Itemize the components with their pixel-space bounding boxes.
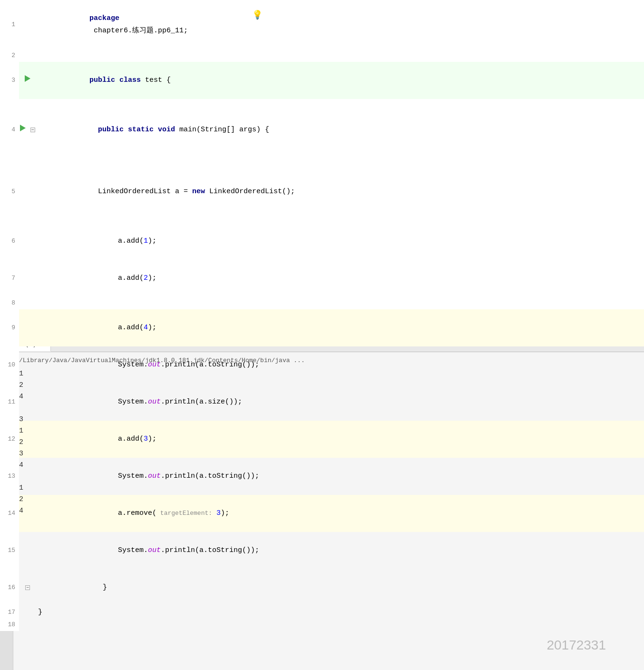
line-number: 4 xyxy=(0,99,19,161)
table-row: 1 package chapter6.练习题.pp6_11; xyxy=(0,0,644,49)
console-area: ▲ ▼ ↻ ⤓ ⊞ 🗑 /Library/Java/JavaVirtualMac… xyxy=(0,352,644,670)
console-output-line: 2 xyxy=(19,380,638,391)
indent: public static void main(String[] args) { xyxy=(38,113,269,146)
num-literal: 4 xyxy=(144,324,148,332)
keyword-new: new xyxy=(192,187,205,196)
code-line[interactable]: LinkedOrderedList a = new LinkedOrderedL… xyxy=(36,161,644,223)
editor-wrapper: 💡 1 package chapter6.练习题.pp6_11; 2 xyxy=(0,0,644,338)
gutter-run[interactable] xyxy=(19,62,36,99)
line-number: 9 xyxy=(0,309,19,346)
lightbulb-icon: 💡 xyxy=(252,10,263,20)
console-content: /Library/Java/JavaVirtualMachines/jdk1.8… xyxy=(13,352,644,670)
line-number: 6 xyxy=(0,223,19,260)
line-number: 1 xyxy=(0,0,19,49)
watermark: 20172331 xyxy=(546,640,606,651)
gutter xyxy=(19,223,36,260)
console-section: test (1) × ▲ ▼ ↻ ⤓ ⊞ 🗑 /Library/Java/Jav… xyxy=(0,338,644,670)
table-row: 9 a.add(4); xyxy=(0,309,644,346)
code-line[interactable]: a.add(2); xyxy=(36,260,644,297)
line-number: 7 xyxy=(0,260,19,297)
code-line[interactable]: public static void main(String[] args) { xyxy=(36,99,644,161)
run-icon[interactable] xyxy=(25,75,30,82)
console-output-line: 2 xyxy=(19,494,638,505)
fold-button[interactable]: − xyxy=(30,128,35,132)
gutter xyxy=(19,161,36,223)
keyword-void: void xyxy=(158,126,175,134)
class-name: test { xyxy=(141,76,171,84)
console-output-line: 2 xyxy=(19,437,638,448)
gutter xyxy=(19,260,36,297)
code-line[interactable]: package chapter6.练习题.pp6_11; xyxy=(36,0,644,49)
gutter xyxy=(19,297,36,309)
num-literal: 2 xyxy=(144,274,148,282)
line-number: 8 xyxy=(0,297,19,309)
line-number: 5 xyxy=(0,161,19,223)
gutter xyxy=(19,309,36,346)
console-output-line: 3 xyxy=(19,448,638,460)
console-output-line: 4 xyxy=(19,391,638,403)
code-line xyxy=(36,49,644,62)
pkg-path: chapter6.练习题.pp6_11; xyxy=(89,27,188,35)
code-line[interactable]: public class test { xyxy=(36,62,644,99)
gutter-run-fold[interactable]: − xyxy=(19,99,36,161)
console-output-line: 1 xyxy=(19,483,638,494)
console-empty-line xyxy=(19,471,638,483)
gutter xyxy=(19,49,36,62)
keyword-static: static xyxy=(128,126,158,134)
num-literal: 1 xyxy=(144,237,148,245)
code-line xyxy=(36,297,644,309)
main-decl: main(String[] args) { xyxy=(175,126,269,134)
table-row: 5 LinkedOrderedList a = new LinkedOrdere… xyxy=(0,161,644,223)
table-row: 7 a.add(2); xyxy=(0,260,644,297)
gutter xyxy=(19,0,36,49)
table-row: 6 a.add(1); xyxy=(0,223,644,260)
keyword-package: package xyxy=(89,14,119,22)
line-number: 3 xyxy=(0,62,19,99)
table-row: 2 xyxy=(0,49,644,62)
keyword-class: class xyxy=(119,76,141,84)
run-icon[interactable] xyxy=(20,125,26,131)
console-output-line: 4 xyxy=(19,460,638,471)
keyword-public: public xyxy=(89,76,119,84)
console-output-line: 4 xyxy=(19,505,638,517)
code-line[interactable]: a.add(4); xyxy=(36,309,644,346)
line-number: 2 xyxy=(0,49,19,62)
console-output-line: 1 xyxy=(19,368,638,380)
console-output-line: 1 xyxy=(19,425,638,437)
console-empty-line xyxy=(19,403,638,414)
editor-area: 💡 1 package chapter6.练习题.pp6_11; 2 xyxy=(0,0,644,324)
code-line[interactable]: a.add(1); xyxy=(36,223,644,260)
table-row: 3 public class test { xyxy=(0,62,644,99)
table-row: 8 xyxy=(0,297,644,309)
app-layout: 💡 1 package chapter6.练习题.pp6_11; 2 xyxy=(0,0,644,670)
console-output-line: 3 xyxy=(19,414,638,425)
keyword-public: public xyxy=(98,126,128,134)
table-row: 4 − public static void main(String[] arg… xyxy=(0,99,644,161)
console-path: /Library/Java/JavaVirtualMachines/jdk1.8… xyxy=(19,355,638,366)
